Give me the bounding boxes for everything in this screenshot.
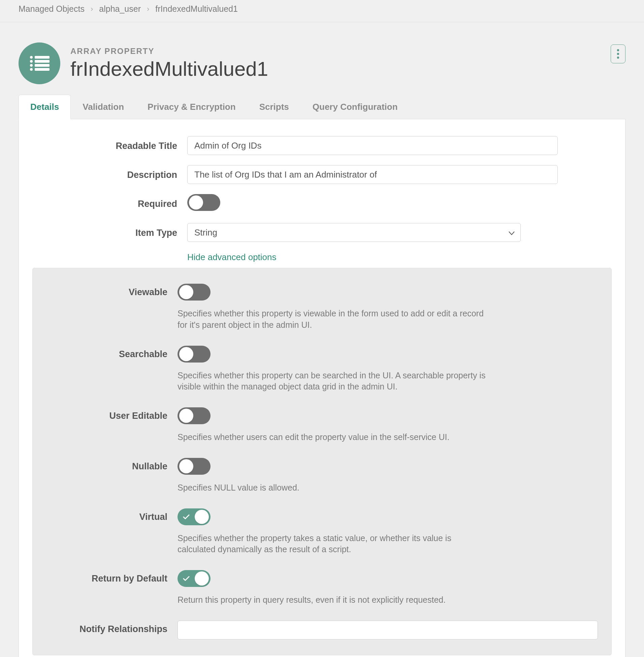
- user-editable-help: Specifies whether users can edit the pro…: [178, 432, 491, 443]
- breadcrumb-item-managed-objects[interactable]: Managed Objects: [19, 4, 85, 14]
- return-by-default-help: Return this property in query results, e…: [178, 594, 491, 606]
- readable-title-label: Readable Title: [42, 136, 177, 151]
- svg-point-6: [30, 68, 33, 71]
- breadcrumb: Managed Objects › alpha_user › frIndexed…: [0, 0, 644, 22]
- svg-point-2: [30, 60, 33, 63]
- virtual-help: Specifies whether the property takes a s…: [178, 533, 491, 556]
- nullable-help: Specifies NULL value is allowed.: [178, 482, 491, 494]
- tab-query-configuration[interactable]: Query Configuration: [301, 95, 410, 119]
- toggle-advanced-link[interactable]: Hide advanced options: [187, 252, 277, 262]
- check-icon: [183, 574, 190, 584]
- array-property-icon: [19, 42, 60, 84]
- required-toggle[interactable]: [187, 194, 220, 211]
- breadcrumb-item-alpha-user[interactable]: alpha_user: [99, 4, 141, 14]
- readable-title-input[interactable]: [187, 136, 558, 155]
- ellipsis-vertical-icon: [616, 48, 620, 59]
- tab-privacy-encryption[interactable]: Privacy & Encryption: [136, 95, 248, 119]
- chevron-right-icon: ›: [91, 5, 93, 14]
- viewable-label: Viewable: [46, 284, 167, 297]
- searchable-toggle[interactable]: [178, 346, 210, 363]
- required-label: Required: [42, 194, 177, 209]
- nullable-toggle[interactable]: [178, 458, 210, 475]
- svg-rect-3: [35, 60, 49, 63]
- searchable-help: Specifies whether this property can be s…: [178, 370, 491, 393]
- nullable-label: Nullable: [46, 458, 167, 472]
- property-card: Details Validation Privacy & Encryption …: [19, 94, 625, 657]
- viewable-help: Specifies whether this property is viewa…: [178, 308, 491, 331]
- virtual-label: Virtual: [46, 508, 167, 522]
- user-editable-label: User Editable: [46, 407, 167, 421]
- svg-rect-5: [35, 64, 49, 67]
- advanced-options-panel: Viewable Specifies whether this property…: [32, 268, 612, 655]
- svg-point-9: [617, 53, 619, 55]
- page-title: frIndexedMultivalued1: [70, 57, 601, 81]
- tab-validation[interactable]: Validation: [71, 95, 136, 119]
- tab-details[interactable]: Details: [19, 95, 71, 119]
- searchable-label: Searchable: [46, 346, 167, 360]
- svg-point-8: [617, 49, 619, 51]
- user-editable-toggle[interactable]: [178, 407, 210, 424]
- return-by-default-label: Return by Default: [46, 570, 167, 584]
- item-type-select[interactable]: String: [187, 223, 521, 242]
- notify-relationships-label: Notify Relationships: [46, 620, 167, 634]
- chevron-right-icon: ›: [147, 5, 149, 14]
- notify-relationships-input[interactable]: [178, 620, 598, 639]
- svg-rect-7: [35, 68, 49, 71]
- svg-point-4: [30, 64, 33, 67]
- tab-bar: Details Validation Privacy & Encryption …: [19, 94, 625, 119]
- page-header: ARRAY PROPERTY frIndexedMultivalued1: [0, 22, 644, 94]
- more-actions-button[interactable]: [611, 44, 625, 63]
- return-by-default-toggle[interactable]: [178, 570, 210, 587]
- virtual-toggle[interactable]: [178, 508, 210, 525]
- viewable-toggle[interactable]: [178, 284, 210, 300]
- check-icon: [183, 512, 190, 522]
- item-type-label: Item Type: [42, 223, 177, 238]
- tab-scripts[interactable]: Scripts: [248, 95, 301, 119]
- page-kicker: ARRAY PROPERTY: [70, 46, 601, 56]
- svg-point-10: [617, 56, 619, 59]
- description-label: Description: [42, 165, 177, 180]
- svg-point-0: [30, 56, 33, 59]
- description-input[interactable]: [187, 165, 558, 184]
- breadcrumb-item-current: frIndexedMultivalued1: [155, 4, 238, 14]
- svg-rect-1: [35, 56, 49, 59]
